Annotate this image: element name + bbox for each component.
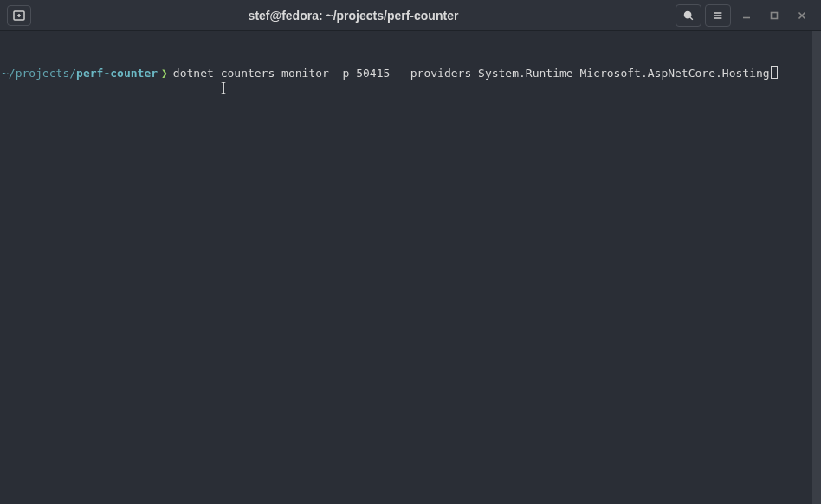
window-title: stef@fedora: ~/projects/perf-counter (31, 9, 676, 23)
menu-button[interactable] (705, 4, 731, 27)
svg-point-1 (684, 11, 690, 17)
close-button[interactable] (790, 4, 814, 27)
search-button[interactable] (676, 4, 701, 27)
minimize-button[interactable] (734, 4, 759, 27)
prompt-path-prefix: /projects/ (9, 66, 76, 81)
minimize-icon (742, 11, 751, 20)
command-text: dotnet counters monitor -p 50415 --provi… (173, 66, 770, 81)
scrollbar[interactable] (812, 31, 821, 504)
titlebar-left (7, 5, 31, 26)
new-tab-icon (12, 9, 26, 23)
text-cursor (771, 66, 778, 79)
prompt-tilde: ~ (2, 66, 9, 81)
prompt-line: ~/projects/perf-counter❯dotnet counters … (2, 66, 819, 81)
svg-rect-2 (772, 12, 778, 18)
prompt-chevron: ❯ (158, 66, 173, 81)
hamburger-icon (712, 10, 724, 22)
maximize-icon (770, 11, 779, 20)
prompt-path-name: perf-counter (76, 66, 158, 81)
maximize-button[interactable] (762, 4, 786, 27)
search-icon (682, 10, 695, 22)
close-icon (798, 11, 806, 20)
new-tab-button[interactable] (7, 5, 31, 26)
titlebar-right (676, 4, 814, 27)
terminal-viewport[interactable]: ~/projects/perf-counter❯dotnet counters … (0, 31, 821, 100)
window-titlebar: stef@fedora: ~/projects/perf-counter (0, 0, 821, 31)
